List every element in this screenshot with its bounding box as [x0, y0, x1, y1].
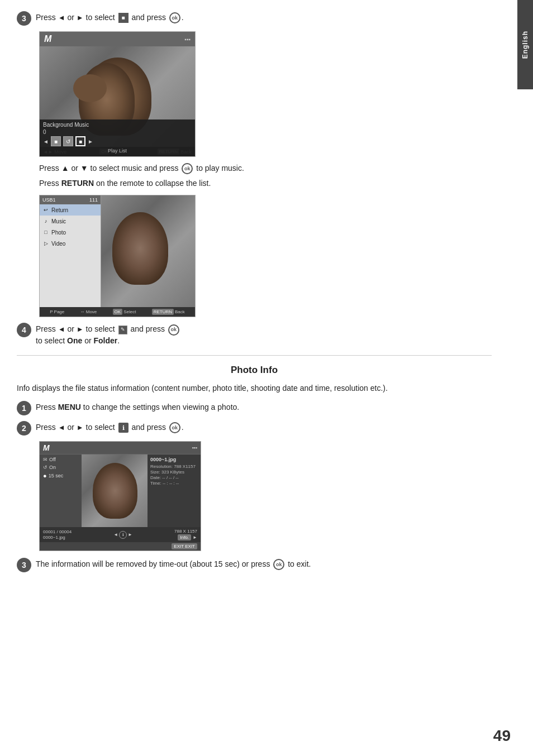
screen3-date: Date: -- / -- / -- — [150, 475, 198, 480]
ok-icon-4: ok — [169, 422, 180, 433]
screen3-info-panel: 0000~1.jpg Resolution: 788 X1157 Size: 3… — [147, 454, 201, 527]
screen1-logo: M — [44, 34, 51, 44]
ok-icon-3: ok — [168, 324, 179, 336]
info-icon: ℹ — [118, 423, 129, 433]
select-icon: ■ — [118, 13, 129, 23]
bg-music-title: Background Music — [43, 122, 192, 128]
step-3-instruction: Press ◄ or ► to select ■ and press ok. — [36, 12, 184, 23]
screen3-size: Size: 323 KBytes — [150, 470, 198, 475]
screen3-top: M ▪▪▪ — [40, 442, 201, 454]
screen3-photo — [82, 454, 147, 527]
text-return: Press RETURN on the remote to collapse t… — [39, 178, 492, 189]
step-1-photo-instruction: Press MENU to change the settings when v… — [36, 402, 239, 413]
file-preview — [101, 195, 195, 307]
timer-icon: ● — [43, 472, 47, 479]
step-3-photo-label: 3 — [22, 561, 26, 570]
nav2-move: ↔ Move — [80, 309, 97, 315]
screen3-exit-bar: EXIT EXIT — [40, 542, 201, 551]
screen3-time: Time: -- : -- : -- — [150, 481, 198, 486]
page-number: 49 — [493, 727, 511, 745]
icon-stop: ■ — [51, 136, 61, 146]
screen3-logo: M — [43, 443, 50, 452]
screen3-resolution: Resolution: 788 X1157 — [150, 464, 198, 469]
screen3-left-timer: ● 15 sec — [43, 472, 78, 479]
text-after-screen1: Press ▲ or ▼ to select music and press o… — [39, 162, 492, 174]
icon-rotate: ↺ — [63, 136, 73, 146]
step-1-photo-label: 1 — [22, 404, 26, 413]
nav2-page: P Page — [50, 309, 64, 315]
step-3-circle: 3 — [17, 11, 31, 26]
screen3-counter: 00001 / 00004 0000~1.jpg — [43, 529, 72, 540]
file-list: USB1 111 ↩ Return ♪ Music □ Photo ▷ Vi — [40, 195, 101, 307]
section-divider — [17, 355, 492, 356]
select-icon-2: ✎ — [118, 326, 127, 334]
nav-left-arrow: ◄ — [43, 138, 49, 145]
screen2-nav-bar: P Page ↔ Move OK Select RETURN Back — [40, 307, 195, 317]
screen3-bottom: 00001 / 00004 0000~1.jpg ◄ ℹ ► 788 X 115… — [40, 527, 201, 542]
photo-icon: □ — [42, 228, 50, 236]
screen3-left: ✉ Off ↺ On ● 15 sec — [40, 454, 82, 527]
ok-icon-2: ok — [182, 163, 193, 174]
screenshot-1: M ▪▪▪ Background Music 0 ◄ ■ ↺ ■ ► Play … — [39, 31, 196, 157]
screen3-dog — [93, 463, 137, 519]
step-2-photo-circle: 2 — [17, 421, 31, 436]
nav-right-arrow: ► — [88, 138, 93, 145]
bg-music-panel: Background Music 0 ◄ ■ ↺ ■ ► Play List — [40, 119, 195, 156]
step-2-photo-label: 2 — [22, 424, 26, 433]
side-tab: English — [517, 0, 533, 89]
file-item-video: ▷ Video — [40, 238, 101, 249]
email-icon: ✉ — [43, 457, 47, 462]
file-item-music: ♪ Music — [40, 216, 101, 227]
screen3-ctrl: ◄ ℹ ► — [113, 531, 132, 539]
preview-dog — [112, 212, 168, 285]
screen3-header: ▪▪▪ — [50, 445, 197, 451]
step-2-photo-instruction: Press ◄ or ► to select ℹ and press ok. — [36, 422, 184, 433]
side-tab-label: English — [521, 31, 529, 59]
playlist-label: Play List — [43, 147, 192, 154]
step-3-photo-circle: 3 — [17, 558, 31, 572]
screen1-header-right: ▪▪▪ — [184, 36, 191, 42]
screen3-right-ctrl: 788 X 1157 Info. ► — [174, 529, 197, 540]
file-item-photo: □ Photo — [40, 227, 101, 238]
step-4-circle: 4 — [17, 323, 31, 337]
screen3-left-off: ✉ Off — [43, 457, 78, 462]
exit-btn: EXIT EXIT — [172, 543, 197, 549]
info-btn: Info. — [178, 534, 191, 540]
section-title: Photo Info — [17, 365, 492, 376]
file-header: USB1 111 — [40, 195, 101, 204]
return-icon: ↩ — [42, 206, 50, 214]
bg-zero: 0 — [43, 129, 46, 135]
ok-icon: ok — [169, 12, 180, 23]
music-icon: ♪ — [42, 217, 50, 225]
step-3-label: 3 — [22, 14, 26, 23]
screen3-body: ✉ Off ↺ On ● 15 sec 0000~1.jpg — [40, 454, 201, 527]
nav2-select: OK Select — [113, 309, 136, 315]
screenshot-3: M ▪▪▪ ✉ Off ↺ On ● 15 sec — [39, 441, 201, 551]
screenshot-2: USB1 111 ↩ Return ♪ Music □ Photo ▷ Vi — [39, 195, 196, 317]
step-3-photo-instruction: The information will be removed by time-… — [36, 559, 311, 570]
step-4-instruction: Press ◄ or ► to select ✎ and press ok to… — [36, 324, 180, 346]
video-icon: ▷ — [42, 240, 50, 247]
info-desc: Info displays the file status informatio… — [17, 382, 492, 394]
nav2-back: RETURN Back — [152, 309, 185, 315]
step-1-photo-circle: 1 — [17, 401, 31, 415]
file-item-return: ↩ Return — [40, 204, 101, 216]
screen3-left-on: ↺ On — [43, 465, 78, 470]
ok-icon-5: ok — [273, 559, 284, 570]
step-4-label: 4 — [22, 326, 26, 334]
icon-selected: ■ — [75, 136, 85, 146]
screen3-filename: 0000~1.jpg — [150, 457, 198, 462]
screen3-info-circle: ℹ — [119, 531, 127, 539]
rotate-icon: ↺ — [43, 465, 47, 470]
